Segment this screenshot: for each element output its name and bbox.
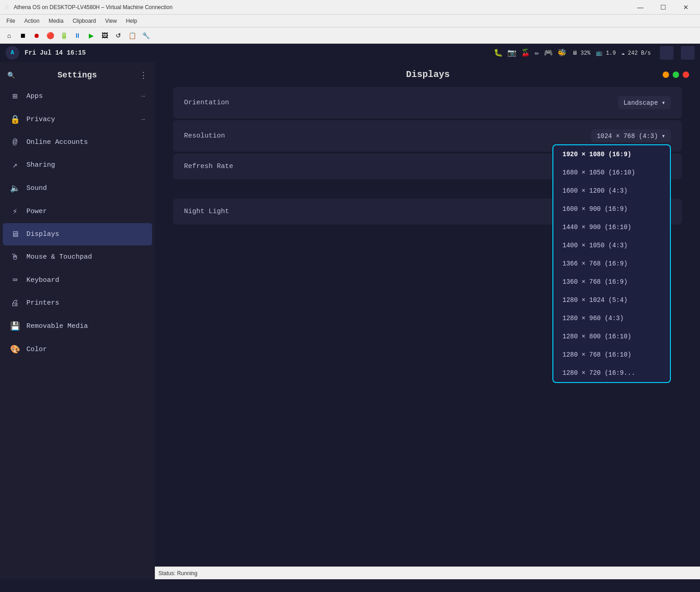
- content-inner: Orientation Landscape ▾ Resolution 1024 …: [155, 87, 700, 244]
- menubar-item-action[interactable]: Action: [20, 16, 44, 26]
- sidebar-title: Settings: [20, 71, 135, 80]
- apps-icon: ⊞: [10, 91, 20, 101]
- topbar-icon-3[interactable]: 🍒: [521, 48, 530, 57]
- sidebar-item-power[interactable]: ⚡ Power: [3, 200, 152, 223]
- titlebar: 🖥 Athena OS on DESKTOP-LV4580H – Virtual…: [0, 0, 700, 15]
- resolution-option-9[interactable]: 1280 × 960 (4:3): [553, 309, 670, 327]
- resolution-option-1[interactable]: 1680 × 1050 (16:10): [553, 163, 670, 182]
- toolbar-btn-11[interactable]: 🔧: [139, 29, 152, 42]
- refresh-rate-label: Refresh Rate: [184, 163, 233, 170]
- statusbar-text: Status: Running: [158, 570, 197, 577]
- sidebar-item-color[interactable]: 🎨 Color: [3, 338, 152, 361]
- content-area: Displays Orientation Landscape ▾: [155, 62, 700, 579]
- mouse-icon: 🖱: [10, 252, 20, 262]
- resolution-option-12[interactable]: 1280 × 720 (16:9...: [553, 364, 670, 382]
- resolution-option-11[interactable]: 1280 × 768 (16:10): [553, 346, 670, 364]
- sidebar-item-label-sharing: Sharing: [26, 161, 55, 169]
- resolution-option-3[interactable]: 1600 × 900 (16:9): [553, 200, 670, 218]
- topbar-icons: 🐛 📷 🍒 ✏ 🎮 🐝: [494, 48, 567, 57]
- topbar-time: Fri Jul 14 16:15: [25, 49, 86, 56]
- sidebar-search-row: 🔍 Settings ⋮: [0, 67, 155, 83]
- sidebar-item-apps[interactable]: ⊞ Apps →: [3, 85, 152, 107]
- resolution-value: 1024 × 768 (4:3): [597, 133, 658, 140]
- sidebar-item-mouse[interactable]: 🖱 Mouse & Touchpad: [3, 246, 152, 268]
- menubar: FileActionMediaClipboardViewHelp: [0, 15, 700, 27]
- sidebar-item-sound[interactable]: 🔈 Sound: [3, 177, 152, 199]
- resolution-option-10[interactable]: 1280 × 800 (16:10): [553, 327, 670, 346]
- menubar-item-clipboard[interactable]: Clipboard: [68, 16, 100, 26]
- search-icon[interactable]: 🔍: [7, 71, 15, 79]
- resolution-option-6[interactable]: 1366 × 768 (16:9): [553, 255, 670, 273]
- toolbar-btn-4[interactable]: 🔴: [44, 29, 56, 42]
- topbar-icon-6[interactable]: 🐝: [557, 48, 567, 57]
- resolution-option-5[interactable]: 1400 × 1050 (4:3): [553, 236, 670, 255]
- menubar-item-view[interactable]: View: [101, 16, 122, 26]
- color-icon: 🎨: [10, 344, 20, 354]
- sidebar-item-label-apps: Apps: [26, 92, 43, 100]
- menubar-item-media[interactable]: Media: [44, 16, 68, 26]
- printers-icon: 🖨: [10, 298, 20, 308]
- sidebar-item-label-privacy: Privacy: [26, 116, 55, 123]
- sidebar-item-label-mouse: Mouse & Touchpad: [26, 253, 92, 261]
- close-button[interactable]: ✕: [675, 0, 696, 15]
- topbar-icon-5[interactable]: 🎮: [544, 48, 553, 57]
- wc-orange-button[interactable]: [663, 71, 669, 78]
- power-icon: ⚡: [10, 206, 20, 216]
- sidebar-item-removable[interactable]: 💾 Removable Media: [3, 315, 152, 337]
- topbar-stat-net: ☁ 242 B/s: [621, 50, 651, 56]
- menubar-item-help[interactable]: Help: [122, 16, 142, 26]
- toolbar-btn-5[interactable]: 🔋: [57, 29, 70, 42]
- night-light-label: Night Light: [184, 208, 229, 215]
- content-header: Displays: [155, 62, 700, 87]
- titlebar-controls: — ☐ ✕: [630, 0, 696, 15]
- resolution-popup: 1920 × 1080 (16:9) 1680 × 1050 (16:10) 1…: [552, 144, 671, 383]
- toolbar: ⌂ ⏹ ⏺ 🔴 🔋 ⏸ ▶ 🖼 ↺ 📋 🔧: [0, 27, 700, 44]
- sidebar-menu-icon[interactable]: ⋮: [139, 70, 148, 80]
- topbar-corner2: [681, 46, 695, 60]
- minimize-button[interactable]: —: [630, 0, 651, 15]
- sidebar-item-displays[interactable]: 🖥 Displays: [3, 223, 152, 245]
- sidebar-item-label-online-accounts: Online Accounts: [26, 138, 88, 146]
- orientation-dropdown[interactable]: Landscape ▾: [618, 96, 671, 109]
- topbar-stat-display: 📺 1.9: [596, 50, 616, 56]
- sidebar-item-online-accounts[interactable]: @ Online Accounts: [3, 131, 152, 153]
- sidebar-item-sharing[interactable]: ↗ Sharing: [3, 153, 152, 176]
- sidebar-item-keyboard[interactable]: ⌨ Keyboard: [3, 269, 152, 291]
- toolbar-btn-1[interactable]: ⌂: [3, 29, 15, 42]
- sidebar-item-privacy[interactable]: 🔒 Privacy →: [3, 108, 152, 131]
- keyboard-icon: ⌨: [10, 275, 20, 285]
- removable-icon: 💾: [10, 321, 20, 331]
- orientation-value: Landscape: [623, 99, 658, 107]
- topbar-corner: [660, 46, 674, 60]
- resolution-option-7[interactable]: 1360 × 768 (16:9): [553, 273, 670, 291]
- wc-red-button[interactable]: [683, 71, 689, 78]
- toolbar-btn-7[interactable]: ▶: [85, 29, 97, 42]
- resolution-dropdown[interactable]: 1024 × 768 (4:3) ▾: [591, 129, 671, 143]
- resolution-arrow: ▾: [662, 132, 665, 140]
- wc-green-button[interactable]: [673, 71, 679, 78]
- resolution-row: Resolution 1024 × 768 (4:3) ▾ 1920 × 108…: [173, 120, 682, 152]
- maximize-button[interactable]: ☐: [653, 0, 674, 15]
- resolution-option-4[interactable]: 1440 × 900 (16:10): [553, 218, 670, 236]
- resolution-option-2[interactable]: 1600 × 1200 (4:3): [553, 182, 670, 200]
- statusbar: Status: Running: [155, 566, 700, 579]
- topbar-icon-1[interactable]: 🐛: [494, 48, 503, 57]
- toolbar-btn-6[interactable]: ⏸: [71, 29, 84, 42]
- titlebar-title: Athena OS on DESKTOP-LV4580H – Virtual M…: [14, 4, 626, 10]
- sidebar-item-label-power: Power: [26, 208, 47, 215]
- sidebar-item-label-printers: Printers: [26, 299, 59, 307]
- toolbar-btn-2[interactable]: ⏹: [16, 29, 29, 42]
- sidebar-item-printers[interactable]: 🖨 Printers: [3, 292, 152, 314]
- sound-icon: 🔈: [10, 183, 20, 193]
- topbar-icon-2[interactable]: 📷: [507, 48, 516, 57]
- toolbar-btn-3[interactable]: ⏺: [30, 29, 43, 42]
- resolution-option-0[interactable]: 1920 × 1080 (16:9): [553, 145, 670, 163]
- menubar-item-file[interactable]: File: [2, 16, 20, 26]
- resolution-label: Resolution: [184, 132, 225, 140]
- toolbar-btn-9[interactable]: ↺: [112, 29, 125, 42]
- resolution-option-8[interactable]: 1280 × 1024 (5:4): [553, 291, 670, 309]
- topbar-icon-4[interactable]: ✏: [535, 48, 539, 57]
- sidebar-item-label-keyboard: Keyboard: [26, 276, 59, 284]
- toolbar-btn-8[interactable]: 🖼: [98, 29, 111, 42]
- toolbar-btn-10[interactable]: 📋: [126, 29, 138, 42]
